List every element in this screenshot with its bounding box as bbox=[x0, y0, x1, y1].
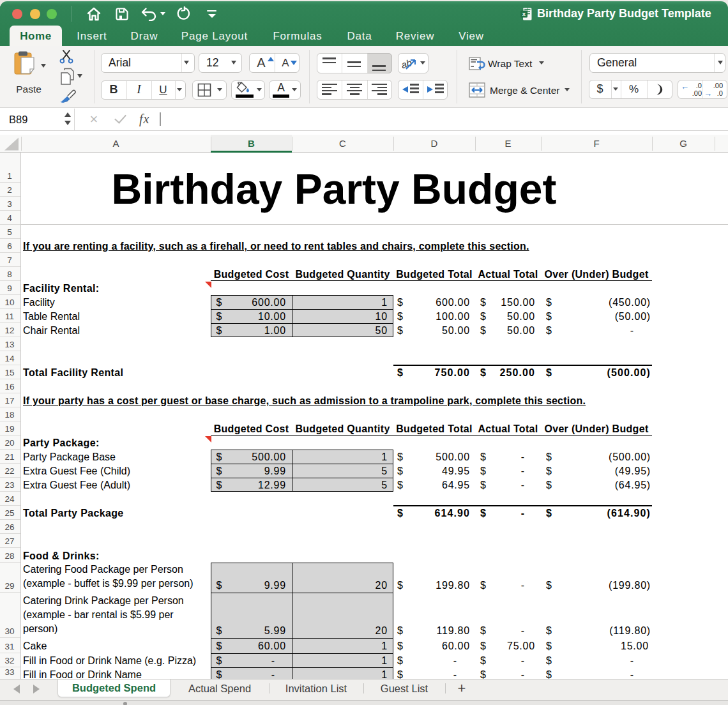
svg-text:x: x bbox=[522, 10, 526, 17]
